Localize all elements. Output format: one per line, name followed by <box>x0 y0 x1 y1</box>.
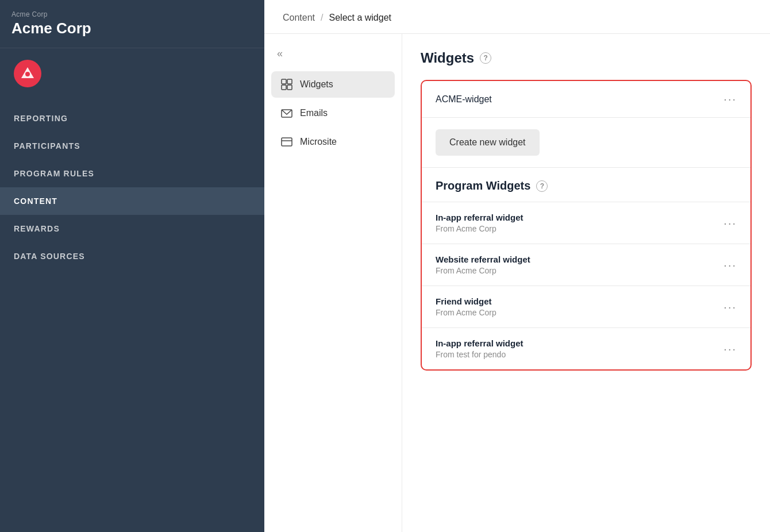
svg-rect-6 <box>282 138 292 146</box>
program-widget-item-1[interactable]: Website referral widget From Acme Corp ·… <box>422 244 750 286</box>
acme-widget-name[interactable]: ACME-widget <box>436 94 492 105</box>
program-widgets-help-icon[interactable]: ? <box>536 180 548 192</box>
breadcrumb-separator: / <box>321 13 323 23</box>
sidebar-org-name: Acme Corp <box>11 20 251 37</box>
program-widget-item-3[interactable]: In-app referral widget From test for pen… <box>422 328 750 369</box>
program-widget-more-0[interactable]: ··· <box>723 217 737 230</box>
widgets-icon <box>280 78 293 91</box>
content-area: « Widgets <box>264 34 770 532</box>
program-widget-from-0: From Acme Corp <box>436 224 523 233</box>
program-widget-more-2[interactable]: ··· <box>723 300 737 314</box>
sidebar: Acme Corp Acme Corp REPORTING PARTICIPAN… <box>0 0 264 532</box>
panel-title-row: Widgets ? <box>421 50 752 66</box>
sub-nav-label-microsite: Microsite <box>300 137 337 147</box>
sub-nav-collapse-button[interactable]: « <box>271 43 395 64</box>
logo-icon <box>20 65 36 82</box>
sidebar-item-content[interactable]: CONTENT <box>0 187 264 215</box>
breadcrumb: Content / Select a widget <box>264 0 770 34</box>
microsite-icon <box>280 136 293 148</box>
email-icon <box>280 107 293 119</box>
program-widget-from-1: From Acme Corp <box>436 266 530 275</box>
program-widgets-title: Program Widgets <box>436 179 530 192</box>
sidebar-logo-row <box>0 48 264 99</box>
program-widget-item-2[interactable]: Friend widget From Acme Corp ··· <box>422 286 750 328</box>
create-widget-row: Create new widget <box>422 118 750 168</box>
sub-nav: « Widgets <box>264 34 402 532</box>
sidebar-header: Acme Corp Acme Corp <box>0 0 264 48</box>
sub-nav-item-microsite[interactable]: Microsite <box>271 129 395 155</box>
sidebar-item-data-sources[interactable]: DATA SOURCES <box>0 242 264 270</box>
main-area: Content / Select a widget « Widgets <box>264 0 770 532</box>
sidebar-item-reporting[interactable]: REPORTING <box>0 105 264 132</box>
widget-selection-box: ACME-widget ··· Create new widget Progra… <box>421 80 752 371</box>
sidebar-item-participants[interactable]: PARTICIPANTS <box>0 132 264 160</box>
sidebar-item-rewards[interactable]: REWARDS <box>0 215 264 242</box>
sub-nav-item-widgets[interactable]: Widgets <box>271 71 395 98</box>
program-widget-more-3[interactable]: ··· <box>723 342 737 356</box>
svg-point-0 <box>25 72 30 76</box>
program-widgets-header: Program Widgets ? <box>422 168 750 202</box>
program-widget-from-2: From Acme Corp <box>436 308 496 317</box>
program-widget-name-2: Friend widget <box>436 296 496 306</box>
create-new-widget-button[interactable]: Create new widget <box>436 129 540 156</box>
sub-nav-item-emails[interactable]: Emails <box>271 100 395 126</box>
sidebar-logo <box>14 60 41 87</box>
svg-rect-3 <box>282 85 286 90</box>
widgets-help-icon[interactable]: ? <box>480 52 491 64</box>
sub-nav-label-widgets: Widgets <box>300 79 333 90</box>
breadcrumb-parent[interactable]: Content <box>283 13 315 23</box>
program-widget-item-0[interactable]: In-app referral widget From Acme Corp ··… <box>422 202 750 244</box>
svg-rect-1 <box>282 79 286 84</box>
sidebar-nav: REPORTING PARTICIPANTS PROGRAM RULES CON… <box>0 99 264 276</box>
program-widget-from-3: From test for pendo <box>436 350 523 359</box>
breadcrumb-current: Select a widget <box>329 13 392 23</box>
acme-widget-row: ACME-widget ··· <box>422 81 750 118</box>
sidebar-org-label: Acme Corp <box>11 10 251 18</box>
program-widget-more-1[interactable]: ··· <box>723 259 737 272</box>
sub-nav-label-emails: Emails <box>300 108 328 118</box>
panel-title: Widgets <box>421 50 474 66</box>
program-widget-name-0: In-app referral widget <box>436 213 523 222</box>
svg-rect-4 <box>287 85 292 90</box>
sidebar-item-program-rules[interactable]: PROGRAM RULES <box>0 160 264 187</box>
svg-rect-2 <box>287 79 292 84</box>
program-widget-name-3: In-app referral widget <box>436 338 523 348</box>
acme-widget-more-button[interactable]: ··· <box>723 92 737 106</box>
right-panel: Widgets ? ACME-widget ··· Create new wid… <box>402 34 770 532</box>
program-widget-name-1: Website referral widget <box>436 255 530 264</box>
